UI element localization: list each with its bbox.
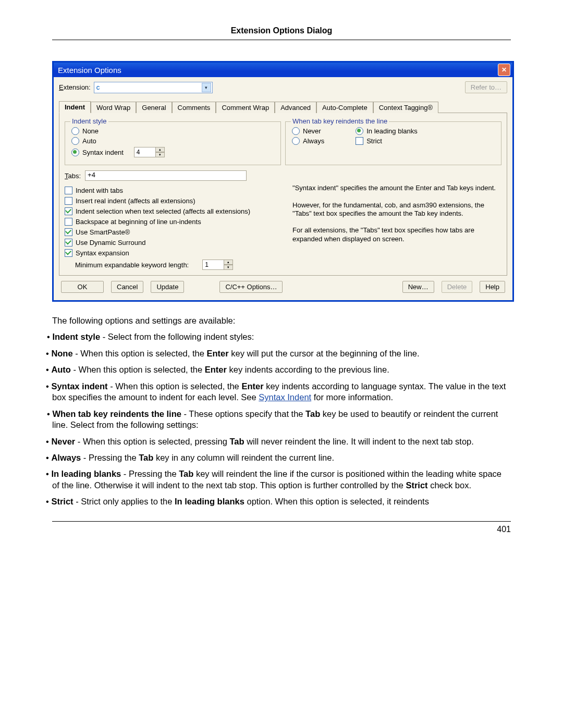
radio-leading-blanks[interactable] <box>356 127 363 135</box>
bullet-never: Never - When this option is selected, pr… <box>52 436 511 447</box>
extension-options-dialog: Extension Options Extension: c Refer to…… <box>52 61 514 302</box>
help-p1: "Syntax indent" specifies the amount the… <box>292 184 501 192</box>
extension-label: Extension: <box>59 83 91 91</box>
radio-none[interactable] <box>71 127 79 135</box>
new-button[interactable]: New… <box>402 281 434 293</box>
backspace-label: Backspace at beginning of line un-indent… <box>76 218 201 226</box>
refer-to-button[interactable]: Refer to… <box>465 81 507 93</box>
min-keyword-spinner[interactable]: ▴▾ <box>202 260 232 270</box>
page-footer: 401 <box>52 521 511 534</box>
radio-syntax-indent[interactable] <box>71 149 79 156</box>
check-dynamic-surround[interactable] <box>65 239 72 246</box>
radio-auto[interactable] <box>71 137 79 145</box>
radio-none-label: None <box>82 127 99 135</box>
ok-button[interactable]: OK <box>61 281 104 293</box>
cancel-button[interactable]: Cancel <box>111 281 143 293</box>
indent-selection-label: Indent selection when text selected (aff… <box>76 207 250 215</box>
syntax-indent-input[interactable] <box>134 148 155 156</box>
radio-always[interactable] <box>292 137 300 145</box>
bullet-auto: Auto - When this option is selected, the… <box>52 364 511 375</box>
indent-style-legend: Indent style <box>70 117 108 125</box>
checkbox-column: Indent with tabs Insert real indent (aff… <box>65 184 284 270</box>
insert-real-label: Insert real indent (affects all extensio… <box>76 197 195 205</box>
tabs-bar: Indent Word Wrap General Comments Commen… <box>59 101 507 113</box>
bullet-strict: Strict - Strict only applies to the In l… <box>52 496 511 507</box>
min-keyword-input[interactable] <box>203 261 224 269</box>
lang-options-button[interactable]: C/C++ Options… <box>219 281 283 293</box>
tab-indent[interactable]: Indent <box>59 101 91 113</box>
reindent-legend: When tab key reindents the line <box>291 117 389 125</box>
check-indent-selection[interactable] <box>65 207 72 215</box>
reindent-group: When tab key reindents the line Never Al… <box>285 121 501 165</box>
delete-button[interactable]: Delete <box>442 281 473 293</box>
page-number: 401 <box>497 525 511 534</box>
check-strict-label: Strict <box>366 137 382 145</box>
dialog-button-row: OK Cancel Update C/C++ Options… New… Del… <box>59 276 507 295</box>
chevron-down-icon[interactable] <box>202 83 211 92</box>
titlebar[interactable]: Extension Options <box>54 63 512 77</box>
tab-context-tagging[interactable]: Context Tagging® <box>373 102 438 113</box>
update-button[interactable]: Update <box>151 281 184 293</box>
document-text: The following options and settings are a… <box>52 315 511 508</box>
bullet-reindent: When tab key reindents the line - These … <box>52 409 511 431</box>
bullet-none: None - When this option is selected, the… <box>52 348 511 359</box>
radio-leading-label: In leading blanks <box>366 127 418 135</box>
help-p3: For all extensions, the "Tabs" text box … <box>292 226 501 243</box>
syntax-expansion-label: Syntax expansion <box>76 249 129 257</box>
tabs-input[interactable]: +4 <box>85 170 247 181</box>
spinner-buttons-2[interactable]: ▴▾ <box>224 260 233 270</box>
radio-never-label: Never <box>303 127 321 135</box>
help-button[interactable]: Help <box>480 281 505 293</box>
extension-dropdown[interactable]: c <box>94 82 213 93</box>
radio-never[interactable] <box>292 127 300 135</box>
window-title: Extension Options <box>58 66 121 75</box>
check-indent-tabs[interactable] <box>65 187 72 194</box>
tab-word-wrap[interactable]: Word Wrap <box>91 102 136 113</box>
check-insert-real[interactable] <box>65 197 72 205</box>
tabs-label: Tabs: <box>65 172 81 180</box>
dynamic-surround-label: Use Dynamic Surround <box>76 239 145 246</box>
syntax-indent-amount[interactable]: ▴▾ <box>134 147 164 157</box>
check-strict[interactable] <box>356 137 363 145</box>
extension-value: c <box>96 83 100 91</box>
bullet-leading-blanks: In leading blanks - Pressing the Tab key… <box>52 468 511 491</box>
tab-comment-wrap[interactable]: Comment Wrap <box>216 102 275 113</box>
bullet-always: Always - Pressing the Tab key in any col… <box>52 452 511 463</box>
indent-style-group: Indent style None Auto Syntax indent ▴▾ <box>65 121 281 165</box>
syntax-indent-link[interactable]: Syntax Indent <box>259 392 311 402</box>
check-syntax-expansion[interactable] <box>65 249 72 257</box>
help-p2: However, for the fundamental, cob, and a… <box>292 201 501 218</box>
intro-line: The following options and settings are a… <box>52 315 511 326</box>
smartpaste-label: Use SmartPaste® <box>76 228 130 236</box>
tab-advanced[interactable]: Advanced <box>275 102 316 113</box>
tab-auto-complete[interactable]: Auto-Complete <box>316 102 373 113</box>
tab-comments[interactable]: Comments <box>172 102 216 113</box>
radio-always-label: Always <box>303 137 324 145</box>
page-title: Extension Options Dialog <box>52 26 511 40</box>
radio-syntax-label: Syntax indent <box>82 149 124 156</box>
tab-general[interactable]: General <box>136 102 172 113</box>
min-keyword-label: Minimum expandable keyword length: <box>75 261 189 269</box>
bullet-syntax-indent: Syntax indent - When this option is sele… <box>52 381 511 403</box>
indent-tabs-label: Indent with tabs <box>76 187 123 194</box>
help-text: "Syntax indent" specifies the amount the… <box>289 184 501 270</box>
radio-auto-label: Auto <box>82 137 96 145</box>
bullet-indent-style: Indent style - Select from the following… <box>52 331 511 342</box>
check-backspace[interactable] <box>65 218 72 226</box>
spinner-buttons[interactable]: ▴▾ <box>155 147 165 157</box>
check-smartpaste[interactable] <box>65 228 72 236</box>
close-icon[interactable] <box>498 64 510 76</box>
